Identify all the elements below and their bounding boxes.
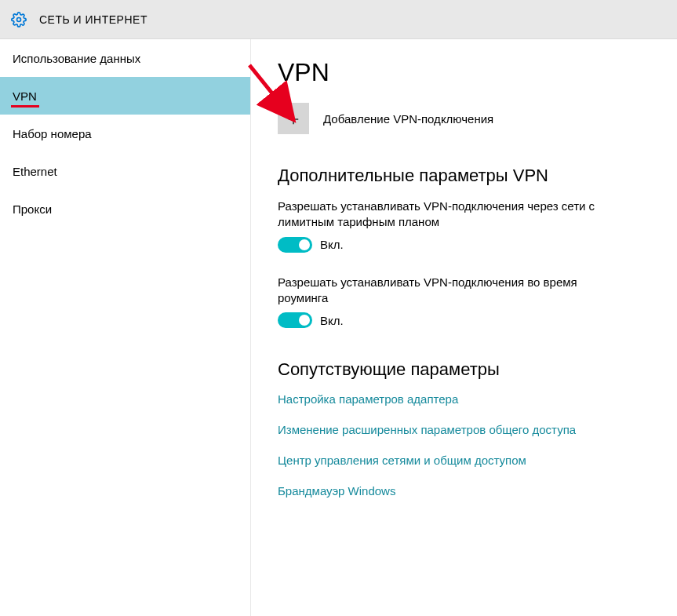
main-content: VPN ＋ Добавление VPN-подключения Дополни…: [251, 39, 677, 616]
header: СЕТЬ И ИНТЕРНЕТ: [0, 0, 677, 39]
option-text: Разрешать устанавливать VPN-подключения …: [278, 275, 607, 307]
toggle-state: Вкл.: [320, 314, 344, 327]
sidebar-item-label: VPN: [13, 89, 37, 103]
sidebar-item-vpn[interactable]: VPN: [0, 77, 250, 115]
option-text: Разрешать устанавливать VPN-подключения …: [278, 199, 607, 231]
link-network-center[interactable]: Центр управления сетями и общим доступом: [278, 454, 655, 467]
link-sharing-settings[interactable]: Изменение расширенных параметров общего …: [278, 423, 655, 436]
page-title: VPN: [278, 58, 655, 87]
add-vpn-button[interactable]: ＋: [278, 103, 309, 134]
sidebar-item-proxy[interactable]: Прокси: [0, 190, 250, 228]
page-category-title: СЕТЬ И ИНТЕРНЕТ: [39, 13, 147, 26]
option-metered: Разрешать устанавливать VPN-подключения …: [278, 199, 655, 253]
sidebar-item-ethernet[interactable]: Ethernet: [0, 152, 250, 190]
link-windows-firewall[interactable]: Брандмауэр Windows: [278, 484, 655, 498]
sidebar-item-data-usage[interactable]: Использование данных: [0, 39, 250, 77]
sidebar-item-label: Ethernet: [13, 165, 57, 178]
sidebar-item-label: Прокси: [13, 202, 52, 216]
related-section: Сопутствующие параметры Настройка параме…: [278, 359, 655, 498]
sidebar-item-label: Набор номера: [13, 127, 92, 140]
sidebar-item-dialup[interactable]: Набор номера: [0, 115, 250, 152]
sidebar-item-label: Использование данных: [13, 52, 140, 65]
section-title-related: Сопутствующие параметры: [278, 359, 655, 380]
svg-point-0: [17, 17, 21, 21]
add-vpn-row: ＋ Добавление VPN-подключения: [278, 103, 655, 134]
link-adapter-settings[interactable]: Настройка параметров адаптера: [278, 392, 655, 406]
gear-icon: [11, 12, 27, 27]
annotation-underline: [11, 105, 39, 108]
toggle-roaming[interactable]: [278, 312, 312, 328]
toggle-state: Вкл.: [320, 238, 344, 251]
option-roaming: Разрешать устанавливать VPN-подключения …: [278, 275, 655, 329]
sidebar: Использование данных VPN Набор номера Et…: [0, 39, 251, 616]
section-title-advanced: Дополнительные параметры VPN: [278, 166, 655, 186]
plus-icon: ＋: [284, 109, 303, 128]
toggle-metered[interactable]: [278, 237, 312, 253]
add-vpn-label: Добавление VPN-подключения: [323, 112, 493, 126]
